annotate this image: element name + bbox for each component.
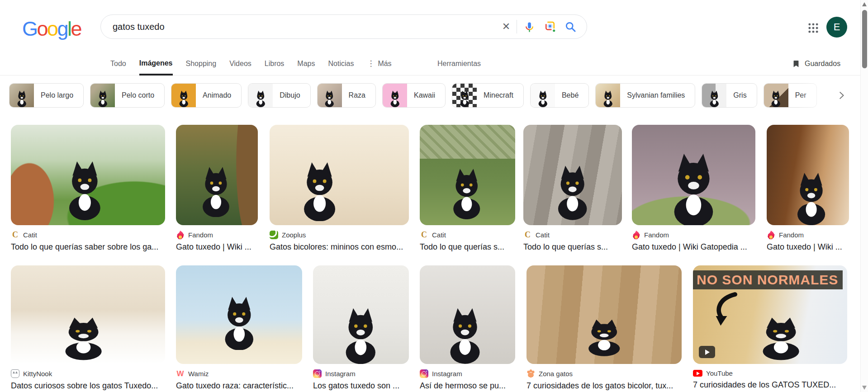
cat-photo-subject [57, 159, 113, 220]
chip-thumbnail [702, 84, 726, 107]
chip-label: Animado [203, 91, 231, 99]
result-title[interactable]: Datos curiosos sobre los gatos Tuxedo... [11, 381, 165, 391]
result-source[interactable]: Fandom [767, 231, 849, 239]
result-title[interactable]: 7 curiosidades de los GATOS TUXED... [693, 380, 847, 390]
source-favicon [767, 231, 775, 239]
google-apps-grid-icon[interactable] [807, 22, 820, 34]
result-source[interactable]: Catit [11, 231, 165, 239]
result-title[interactable]: Gato tuxedo | Wiki ... [767, 242, 849, 252]
result-title[interactable]: Gato tuxedo | Wiki Gatopedia ... [632, 242, 755, 252]
clear-search-icon[interactable]: ✕ [498, 21, 514, 33]
filter-chip[interactable]: Dibujo [248, 83, 310, 108]
result-title[interactable]: Los gatos tuxedo son ... [313, 381, 409, 391]
result-title[interactable]: Gatos bicolores: mininos con esmo... [270, 242, 409, 252]
scrollbar-up-arrow[interactable] [862, 2, 867, 6]
search-tab[interactable]: Maps [297, 52, 315, 76]
result-photo[interactable] [526, 265, 682, 364]
filter-chip[interactable]: Raza [317, 83, 376, 108]
cat-photo-subject [787, 171, 836, 225]
search-tab[interactable]: Libros [265, 52, 285, 76]
result-title[interactable]: Gato tuxedo | Wiki ... [176, 242, 258, 252]
result-photo[interactable] [176, 265, 302, 364]
filter-chip[interactable]: Per [764, 83, 817, 108]
result-source[interactable]: Zona gatos [526, 369, 682, 378]
result-source[interactable]: YouTube [693, 369, 847, 377]
result-source[interactable]: KittyNook [11, 369, 165, 378]
logo-letter: g [57, 17, 68, 41]
search-tab[interactable]: Noticias [328, 52, 354, 76]
source-favicon [523, 231, 532, 239]
result-source[interactable]: Fandom [632, 231, 755, 239]
result-source[interactable]: Fandom [176, 231, 258, 239]
chip-label: Per [795, 91, 806, 99]
source-name: Catit [432, 231, 446, 239]
page-scrollbar[interactable] [860, 0, 868, 392]
result-photo[interactable]: NO SON NORMALES [693, 265, 847, 364]
image-result: NO SON NORMALES YouTube 7 curiosidades d… [693, 265, 847, 390]
search-tab[interactable]: Videos [229, 52, 251, 76]
search-tab[interactable]: ⋮ Más [367, 52, 391, 76]
result-source[interactable]: Instagram [313, 369, 409, 378]
search-tab[interactable]: Imágenes [139, 52, 173, 76]
result-photo[interactable] [11, 125, 165, 225]
result-source[interactable]: Instagram [420, 369, 515, 378]
search-submit-icon[interactable] [564, 21, 577, 33]
filter-chip[interactable]: Animado [171, 83, 242, 108]
chip-thumbnail [318, 84, 342, 107]
result-title[interactable]: Todo lo que querías s... [420, 242, 515, 252]
filter-chip[interactable]: Pelo largo [9, 83, 84, 108]
source-name: Fandom [188, 231, 213, 239]
tab-label: Más [378, 60, 391, 68]
result-photo[interactable] [632, 125, 755, 225]
result-photo[interactable] [767, 125, 849, 225]
result-photo[interactable] [420, 265, 515, 364]
result-title[interactable]: 7 curiosidades de los gatos bicolor, tux… [526, 381, 682, 391]
search-bar[interactable]: ✕ [100, 14, 587, 39]
microphone-icon[interactable] [523, 21, 536, 33]
result-source[interactable]: Zooplus [270, 231, 409, 239]
result-photo[interactable] [270, 125, 409, 225]
filter-chip[interactable]: Minecraft [452, 83, 524, 108]
scrollbar-down-arrow[interactable] [862, 386, 867, 390]
result-title[interactable]: Todo lo que querías s... [523, 242, 622, 252]
source-favicon [176, 231, 185, 239]
filter-chip[interactable]: Kawaii [382, 83, 446, 108]
tab-label: Noticias [328, 60, 354, 68]
google-lens-icon[interactable] [544, 20, 556, 33]
source-name: Fandom [644, 231, 669, 239]
filter-chip[interactable]: Sylvanian families [595, 83, 695, 108]
result-photo[interactable] [420, 125, 515, 225]
result-photo[interactable] [176, 125, 258, 225]
filter-chip[interactable]: Pelo corto [90, 83, 165, 108]
chip-label: Sylvanian families [627, 91, 685, 99]
result-photo[interactable] [11, 265, 165, 364]
cat-illustration [707, 90, 722, 107]
result-photo[interactable] [523, 125, 622, 225]
result-title[interactable]: Gato tuxedo raza: característic... [176, 381, 302, 391]
result-title[interactable]: Así de hermoso se pu... [420, 381, 515, 391]
result-source[interactable]: Catit [523, 231, 622, 239]
result-source[interactable]: Wamiz [176, 369, 302, 378]
result-photo[interactable] [313, 265, 409, 364]
video-play-icon[interactable] [699, 346, 715, 358]
chip-thumbnail [531, 84, 555, 107]
result-title[interactable]: Todo lo que querías saber sobre los ga..… [11, 242, 165, 252]
filter-chip[interactable]: Bebé [530, 83, 589, 108]
google-logo[interactable]: Google [22, 17, 81, 41]
tools-button[interactable]: Herramientas [437, 52, 481, 76]
search-input[interactable] [113, 22, 498, 32]
result-source[interactable]: Catit [420, 231, 515, 239]
source-favicon [176, 369, 185, 378]
search-tab[interactable]: Todo [110, 52, 126, 76]
source-name: Zooplus [282, 231, 306, 239]
chips-scroll-right-button[interactable] [834, 88, 849, 103]
chip-label: Kawaii [414, 91, 435, 99]
saved-button[interactable]: Guardados [792, 52, 840, 76]
cat-photo-subject [749, 316, 813, 360]
search-tab[interactable]: Shopping [186, 52, 217, 76]
filter-chip[interactable]: Gris [702, 83, 757, 108]
scrollbar-thumb[interactable] [862, 10, 867, 68]
logo-letter: l [67, 17, 71, 41]
tab-label: Libros [265, 60, 285, 68]
profile-avatar[interactable]: E [826, 17, 847, 38]
